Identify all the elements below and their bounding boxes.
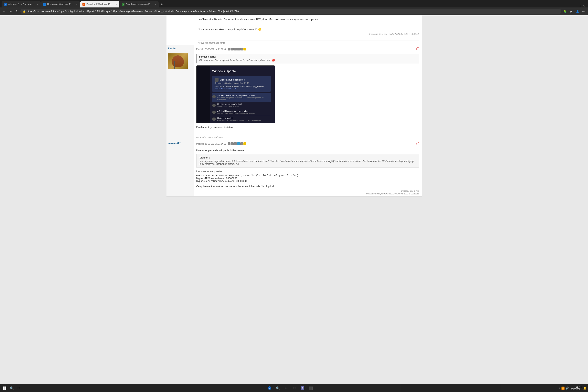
tab-1-close[interactable]: ✕ [37, 3, 38, 6]
wu-item-suspend: Suspendre les mises à jour pendant 7 jou… [212, 93, 271, 102]
system-tray: ∧ 📶 🔊 [559, 386, 569, 390]
taskbar-date: 28/06/2021 [571, 388, 582, 390]
wifi-icon[interactable]: 📶 [561, 386, 565, 390]
wu-advanced-title: Options avancées [217, 117, 261, 119]
taskbar-mail-icon[interactable]: ✉ [291, 385, 298, 391]
top-comment-text: Non mais c'est un sketch ces pré requis … [198, 28, 419, 32]
settings-icon: ⋯ [582, 10, 585, 13]
browser-chrome: W Windows 11 - Rachetez vous un... ✕ U U… [0, 0, 588, 15]
tab-1-favicon: W [4, 3, 7, 6]
maximize-button[interactable]: □ [579, 4, 581, 8]
renaud-icon-1[interactable] [228, 142, 230, 145]
renaud-icon-4[interactable] [237, 142, 240, 145]
extensions-icon: 🧩 [563, 10, 567, 13]
taskbar: 🔍 ❐ e 🔍 🛍 ✉ T ⬛ ∧ � [0, 384, 588, 392]
search-icon: 🔍 [10, 386, 14, 390]
new-tab-button[interactable]: + [159, 2, 164, 8]
wu-suspend-title: Suspendre les mises à jour pendant 7 jou… [217, 94, 271, 97]
post-body-renaud: Posté le 28-06-2021 à 21:56:12 ⓘ Une aut… [194, 140, 422, 196]
fender-after-text: Finalement ça passe en insistant. [196, 125, 419, 129]
post-icon-star[interactable] [243, 48, 246, 50]
post-header-renaud: Posté le 28-06-2021 à 21:56:12 ⓘ [196, 142, 419, 147]
emoji-smile: 🙂 [258, 28, 261, 31]
extensions-button[interactable]: 🧩 [562, 9, 568, 14]
fender-avatar [168, 54, 188, 69]
account-button[interactable]: 👤 [575, 9, 580, 14]
taskbar-store-icon[interactable]: 🛍 [283, 385, 290, 391]
page-content: La Chine et la Russie n'autorisent pas l… [0, 15, 588, 392]
taskbar-teams-icon[interactable]: T [299, 385, 306, 391]
taskbar-edge-icon[interactable]: e [266, 385, 273, 391]
start-button[interactable] [1, 385, 8, 391]
notification-icon[interactable]: 🔔 [583, 386, 587, 390]
renaud-citation: Citation : In a separate support documen… [196, 154, 419, 168]
tab-3-label: Download Windows 10 Insider ... [86, 3, 113, 6]
top-post-text: La Chine et la Russie n'autorisent pas l… [198, 17, 419, 21]
wu-history-title: Afficher l'historique des mises à jour [217, 110, 255, 112]
minimize-button[interactable]: ─ [576, 4, 578, 8]
tab-3[interactable]: D Download Windows 10 Insider ... ✕ [80, 1, 119, 8]
wu-suspend-icon [212, 95, 216, 98]
renaud-cited-note: Message cité 1 fois [401, 190, 419, 192]
fender-username: Fender [168, 47, 192, 50]
back-button[interactable]: ← [1, 9, 7, 14]
post-body-fender: Posté le 28-06-2021 à 21:52:40 ⓘ Fe [194, 45, 422, 140]
time-block[interactable]: 22:44 28/06/2021 [571, 386, 582, 390]
tab-4-close[interactable]: ✕ [154, 3, 156, 6]
post-icon-4[interactable] [237, 48, 240, 50]
address-bar[interactable]: 🔒 https://forum.hardware.fr/forum2.php?c… [20, 9, 561, 14]
refresh-button[interactable]: ↻ [14, 9, 20, 14]
search-button[interactable]: 🔍 [9, 385, 15, 391]
post-icon-3[interactable] [234, 48, 237, 50]
taskbar-app-icon[interactable]: ⬛ [307, 385, 314, 391]
renaud-report-icon[interactable]: ⓘ [416, 142, 419, 146]
taskview-button[interactable]: ❐ [16, 385, 22, 391]
taskbar-mail: ✉ [293, 386, 296, 390]
tab-2-close[interactable]: ✕ [76, 3, 78, 6]
forward-button[interactable]: → [8, 9, 13, 14]
post-renaud: renaud072 Posté le 28-06-2021 à 21:56:12 [166, 140, 422, 197]
tab-2-label: Update on Windows 11 minimu... [47, 3, 74, 6]
taskbar-search-app: 🔍 [276, 386, 280, 390]
taskbar-search-app-icon[interactable]: 🔍 [274, 385, 281, 391]
renaud-icon-star[interactable] [243, 142, 246, 145]
back-icon: ← [3, 10, 6, 13]
tab-2[interactable]: U Update on Windows 11 minimu... ✕ [41, 1, 80, 8]
fender-post-date: Posté le 28-06-2021 à 21:52:40 [196, 48, 227, 50]
post-icons-fender [228, 48, 246, 50]
tab-3-favicon: D [82, 3, 85, 6]
wu-updates-section: Mises à jour disponibles Dernière vérifi… [212, 76, 271, 92]
post-icon-1[interactable] [228, 48, 230, 50]
wu-title: Windows Update [212, 70, 271, 73]
tab-3-close[interactable]: ✕ [115, 3, 117, 6]
renaud-icon-2[interactable] [231, 142, 234, 145]
post-header-fender: Posté le 28-06-2021 à 21:52:40 ⓘ [196, 47, 419, 52]
refresh-icon: ↻ [16, 10, 18, 13]
close-button[interactable]: ✕ [583, 4, 585, 8]
wu-shield-icon [215, 78, 218, 82]
fender-signature: we are the dollars and cents [196, 135, 419, 138]
renaud-icon-5[interactable] [240, 142, 243, 145]
wu-history-icon [212, 110, 216, 114]
renaud-icon-3[interactable] [234, 142, 237, 145]
post-icon-2[interactable] [231, 48, 234, 50]
tab-1[interactable]: W Windows 11 - Rachetez vous un... ✕ [1, 1, 41, 8]
svg-rect-3 [5, 388, 6, 390]
volume-icon[interactable]: 🔊 [566, 386, 569, 390]
taskbar-left: 🔍 ❐ [1, 385, 22, 391]
fender-report-icon[interactable]: ⓘ [416, 47, 419, 51]
renaud-reg-intro: Les valeurs en question : [196, 170, 419, 174]
fender-quote-author: Fender a écrit : [199, 56, 417, 58]
wu-hours-text: Modifier les heures d'activité Actuellem… [217, 103, 242, 108]
post-icon-5[interactable] [240, 48, 243, 50]
account-icon: 👤 [576, 10, 579, 13]
svg-rect-2 [3, 388, 5, 390]
tray-arrow[interactable]: ∧ [559, 387, 560, 390]
edge-icon: e [268, 386, 271, 390]
renaud-reg-line3: BypassSecureBootCheck=dword:00000001 [196, 180, 419, 182]
settings-button[interactable]: ⋯ [581, 9, 587, 14]
favorites-button[interactable]: ★ [568, 9, 574, 14]
citation-text: In a separate support document, Microsof… [200, 160, 416, 165]
favorites-icon: ★ [570, 10, 573, 13]
tab-4[interactable]: J Dashboard - Jeedom Delta ✕ [119, 1, 159, 8]
